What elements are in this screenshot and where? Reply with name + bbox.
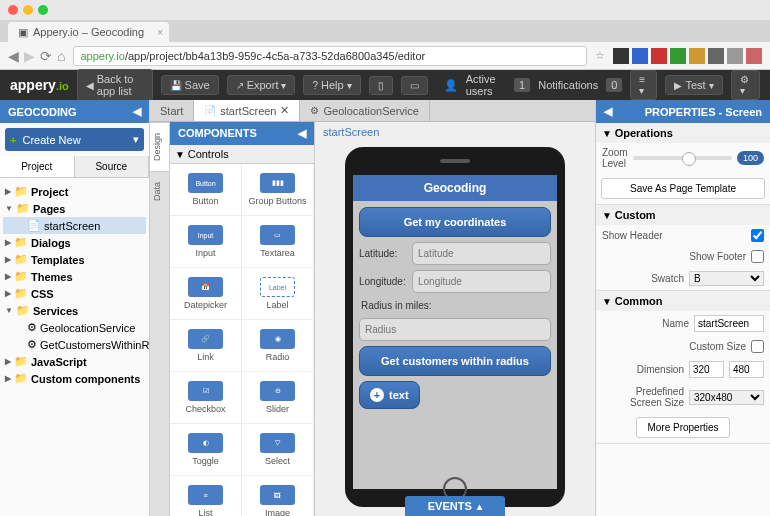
latitude-input[interactable] [412,242,551,265]
device-screen[interactable]: Geocoding Get my coordinates Latitude: L… [353,175,557,489]
bookmark-icon[interactable]: ☆ [595,49,605,62]
show-header-checkbox[interactable] [751,229,764,242]
tree-themes[interactable]: ▶📁 Themes [3,268,146,285]
browser-tab[interactable]: ▣ Appery.io – Geocoding × [8,22,169,42]
get-customers-button[interactable]: Get customers within radius [359,346,551,376]
settings-button[interactable]: ⚙ ▾ [731,70,760,100]
tree-dialogs[interactable]: ▶📁 Dialogs [3,234,146,251]
get-coordinates-button[interactable]: Get my coordinates [359,207,551,237]
component-label: Input [195,248,215,258]
file-tab-startscreen[interactable]: 📄 startScreen ✕ [194,100,300,121]
close-tab-icon[interactable]: ✕ [280,104,289,117]
tree-javascript[interactable]: ▶📁 JavaScript [3,353,146,370]
tree-getcustomers[interactable]: ⚙ GetCustomersWithinRange [3,336,146,353]
tree-startscreen[interactable]: 📄 startScreen [3,217,146,234]
file-tab-start[interactable]: Start [150,101,194,121]
component-icon: ⊖ [260,381,295,401]
component-label: Toggle [192,456,219,466]
ext-icon[interactable] [670,48,686,64]
file-tab-geolocation[interactable]: ⚙ GeolocationService [300,101,429,121]
ext-icon[interactable] [708,48,724,64]
back-icon[interactable]: ◀ [8,48,19,64]
component-label: Button [192,196,218,206]
component-radio[interactable]: ◉Radio [242,320,314,372]
save-button[interactable]: 💾 Save [161,75,219,95]
maximize-window[interactable] [38,5,48,15]
url-input[interactable]: appery.io/app/project/bb4a13b9-959c-4c5a… [73,46,587,66]
component-slider[interactable]: ⊖Slider [242,372,314,424]
menu-button[interactable]: ≡ ▾ [630,70,657,100]
component-list[interactable]: ≡List [170,476,242,516]
save-as-template-button[interactable]: Save As Page Template [601,178,765,199]
forward-icon[interactable]: ▶ [24,48,35,64]
swatch-select[interactable]: B [689,271,764,286]
component-label: Textarea [260,248,295,258]
tree-custom-components[interactable]: ▶📁 Custom components [3,370,146,387]
home-icon[interactable]: ⌂ [57,48,65,64]
ext-icon[interactable] [689,48,705,64]
tree-project[interactable]: ▶📁 Project [3,183,146,200]
tree-css[interactable]: ▶📁 CSS [3,285,146,302]
close-tab-icon[interactable]: × [157,27,163,38]
component-icon: Button [188,173,223,193]
common-section[interactable]: ▼ Common [596,291,770,311]
component-image[interactable]: 🖼Image [242,476,314,516]
show-footer-checkbox[interactable] [751,250,764,263]
component-icon: Label [260,277,295,297]
collapse-icon[interactable]: ◀ [133,105,141,118]
tree-geolocation-service[interactable]: ⚙ GeolocationService [3,319,146,336]
minimize-window[interactable] [23,5,33,15]
dimension-height-input[interactable] [729,361,764,378]
tree-services[interactable]: ▼📁 Services [3,302,146,319]
events-toggle[interactable]: EVENTS ▴ [405,496,505,516]
ext-icon[interactable] [746,48,762,64]
tree-templates[interactable]: ▶📁 Templates [3,251,146,268]
component-toggle[interactable]: ◐Toggle [170,424,242,476]
add-text-button[interactable]: +text [359,381,420,409]
custom-section[interactable]: ▼ Custom [596,205,770,225]
controls-section[interactable]: ▼ Controls [170,145,314,164]
name-input[interactable] [694,315,764,332]
create-new-button[interactable]: + Create New ▾ [5,128,144,151]
tab-project[interactable]: Project [0,156,75,177]
export-button[interactable]: ↗ Export ▾ [227,75,296,95]
component-input[interactable]: InputInput [170,216,242,268]
ext-icon[interactable] [632,48,648,64]
operations-section[interactable]: ▼ Operations [596,123,770,143]
reload-icon[interactable]: ⟳ [40,48,52,64]
component-group-buttons[interactable]: ▮▮▮Group Buttons [242,164,314,216]
component-checkbox[interactable]: ☑Checkbox [170,372,242,424]
longitude-input[interactable] [412,270,551,293]
ext-icon[interactable] [651,48,667,64]
app-header: appery.io ◀ Back to app list 💾 Save ↗ Ex… [0,70,770,100]
collapse-icon[interactable]: ◀ [298,127,306,140]
device-landscape-icon[interactable]: ▭ [401,76,428,95]
zoom-slider[interactable] [633,156,732,160]
ext-icon[interactable] [613,48,629,64]
more-properties-button[interactable]: More Properties [636,417,729,438]
help-button[interactable]: ? Help ▾ [303,75,360,95]
side-tab-data[interactable]: Data [150,171,169,211]
component-grid: ButtonButton▮▮▮Group ButtonsInputInput▭T… [170,164,314,516]
component-textarea[interactable]: ▭Textarea [242,216,314,268]
test-button[interactable]: ▶ Test ▾ [665,75,722,95]
component-icon: ▭ [260,225,295,245]
device-portrait-icon[interactable]: ▯ [369,76,393,95]
side-tab-design[interactable]: Design [150,122,169,171]
tab-source[interactable]: Source [75,156,150,177]
tree-pages[interactable]: ▼📁 Pages [3,200,146,217]
component-link[interactable]: 🔗Link [170,320,242,372]
component-select[interactable]: ▽Select [242,424,314,476]
predefined-size-select[interactable]: 320x480 [689,390,764,405]
component-icon: ◐ [188,433,223,453]
radius-input[interactable] [359,318,551,341]
component-datepicker[interactable]: 📅Datepicker [170,268,242,320]
app-header-title[interactable]: Geocoding [353,175,557,201]
component-label[interactable]: LabelLabel [242,268,314,320]
ext-icon[interactable] [727,48,743,64]
close-window[interactable] [8,5,18,15]
dimension-width-input[interactable] [689,361,724,378]
component-button[interactable]: ButtonButton [170,164,242,216]
custom-size-checkbox[interactable] [751,340,764,353]
back-to-app-list-button[interactable]: ◀ Back to app list [77,69,153,101]
